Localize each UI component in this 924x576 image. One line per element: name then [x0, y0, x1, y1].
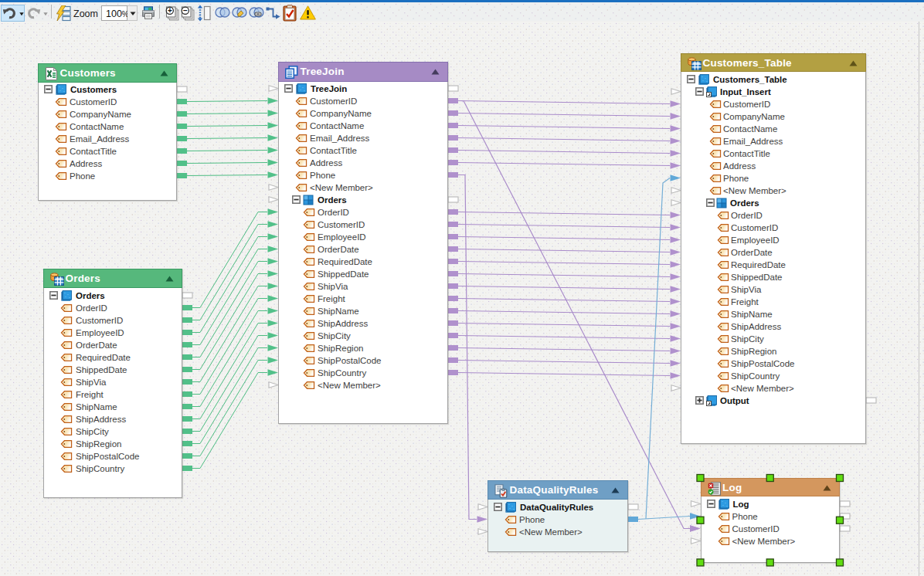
svg-text:−: −	[183, 6, 188, 15]
svg-text:+: +	[168, 6, 172, 15]
